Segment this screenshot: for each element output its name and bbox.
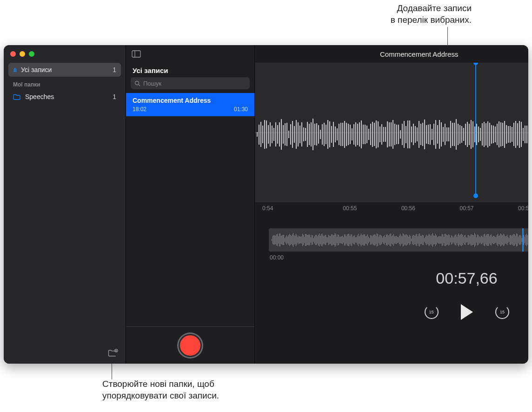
zoom-button[interactable] (29, 51, 34, 57)
callout-text: Створюйте нові папки, щоб (102, 379, 214, 389)
callout-leader-line (112, 364, 112, 379)
svg-rect-1 (132, 51, 140, 57)
list-toolbar (126, 45, 254, 63)
callout-text: в перелік вибраних. (391, 15, 472, 25)
new-folder-button[interactable] (108, 349, 118, 357)
skip-back-button[interactable]: 15 (425, 305, 439, 319)
waveform-overview[interactable] (269, 228, 528, 252)
callout-text: упорядковувати свої записи. (102, 391, 219, 400)
sidebar-section-header: Мої папки (8, 77, 121, 90)
overview-labels: 00:00 01:30 (255, 252, 528, 261)
window-controls (4, 45, 126, 63)
waveform-bars (255, 116, 528, 153)
time-ruler: 0:5400:5500:5600:5700:5800:5901:00 (255, 202, 528, 218)
ruler-tick: 00:58 (496, 205, 528, 218)
sidebar-item-count: 1 (113, 66, 116, 73)
sidebar-item-count: 1 (113, 93, 116, 100)
sidebar-item-folder[interactable]: Speeches 1 (8, 90, 121, 104)
recordings-list: Усі записи Commencement Address 18:02 01… (126, 45, 255, 364)
ruler-tick: 00:56 (379, 205, 438, 218)
folder-icon (13, 93, 20, 100)
detail-title: Commencement Address (260, 50, 528, 58)
callout-favorites: Додавайте записи в перелік вибраних. (391, 3, 472, 26)
sidebar-item-all-recordings[interactable]: ıllı Усі записи 1 (8, 63, 121, 77)
close-button[interactable] (10, 51, 16, 57)
recording-time: 18:02 (133, 106, 146, 113)
search-input[interactable] (143, 80, 246, 87)
waveform-icon: ıllı (13, 66, 16, 73)
svg-point-3 (135, 81, 139, 85)
search-icon (134, 80, 140, 86)
list-spacer (126, 116, 254, 326)
overview-playhead[interactable] (522, 228, 524, 252)
recording-title: Commencement Address (133, 97, 248, 104)
ruler-tick: 00:57 (438, 205, 496, 218)
minimize-button[interactable] (20, 51, 25, 57)
list-title: Усі записи (126, 63, 254, 77)
current-time: 00:57,66 (255, 261, 528, 287)
waveform-editor[interactable] (255, 63, 528, 202)
ruler-tick: 00:55 (321, 205, 379, 218)
overview-wrap (255, 218, 528, 252)
toggle-sidebar-button[interactable] (132, 50, 141, 58)
callout-new-folder: Створюйте нові папки, щоб упорядковувати… (102, 379, 219, 401)
svg-line-4 (139, 84, 140, 86)
callout-text: Додавайте записи (397, 3, 472, 13)
overview-start: 00:00 (270, 254, 284, 261)
recording-duration: 01:30 (234, 106, 248, 113)
sidebar-item-label: Speeches (25, 93, 54, 100)
playback-controls: 15 15 (255, 287, 528, 326)
list-footer (126, 326, 254, 364)
playhead[interactable] (475, 63, 476, 196)
recording-item[interactable]: Commencement Address 18:02 01:30 (126, 93, 254, 116)
sidebar: ıllı Усі записи 1 Мої папки Speeches 1 (4, 45, 126, 364)
sidebar-footer (4, 342, 126, 364)
sidebar-content: ıllı Усі записи 1 Мої папки Speeches 1 (4, 63, 126, 342)
record-button[interactable] (179, 334, 202, 357)
sidebar-item-label: Усі записи (21, 66, 52, 73)
skip-forward-button[interactable]: 15 (495, 305, 509, 319)
detail-pane: Commencement Address Змінити 0:5400:5500… (255, 45, 528, 364)
play-button[interactable] (461, 304, 473, 320)
detail-toolbar: Commencement Address Змінити (255, 45, 528, 63)
ruler-tick: 0:54 (262, 205, 321, 218)
search-field[interactable] (131, 77, 250, 89)
recording-meta: 18:02 01:30 (133, 106, 248, 113)
voice-memos-window: ıllı Усі записи 1 Мої папки Speeches 1 (4, 45, 528, 364)
